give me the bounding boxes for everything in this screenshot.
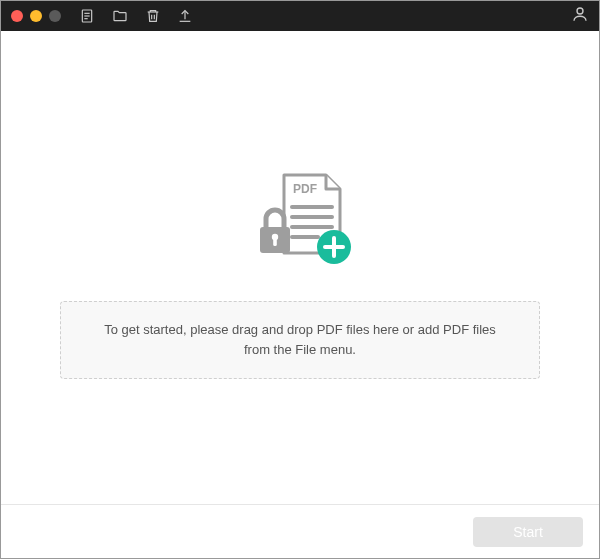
pdf-label: PDF [293, 182, 317, 196]
window-controls [11, 10, 61, 22]
svg-point-8 [577, 8, 583, 14]
maximize-window-button[interactable] [49, 10, 61, 22]
folder-icon[interactable] [111, 8, 129, 24]
upload-icon[interactable] [177, 8, 193, 24]
close-window-button[interactable] [11, 10, 23, 22]
trash-icon[interactable] [145, 8, 161, 24]
toolbar [79, 8, 193, 24]
empty-state-illustration: PDF [240, 171, 360, 271]
user-icon[interactable] [571, 5, 589, 27]
minimize-window-button[interactable] [30, 10, 42, 22]
dropzone-text: To get started, please drag and drop PDF… [104, 322, 496, 357]
lock-icon [260, 210, 290, 253]
main-content: PDF [1, 31, 599, 504]
footer: Start [1, 504, 599, 558]
start-button[interactable]: Start [473, 517, 583, 547]
app-window: PDF [0, 0, 600, 559]
document-icon[interactable] [79, 8, 95, 24]
dropzone[interactable]: To get started, please drag and drop PDF… [60, 301, 540, 379]
add-icon [317, 230, 351, 264]
titlebar [1, 1, 599, 31]
svg-rect-15 [273, 238, 277, 246]
